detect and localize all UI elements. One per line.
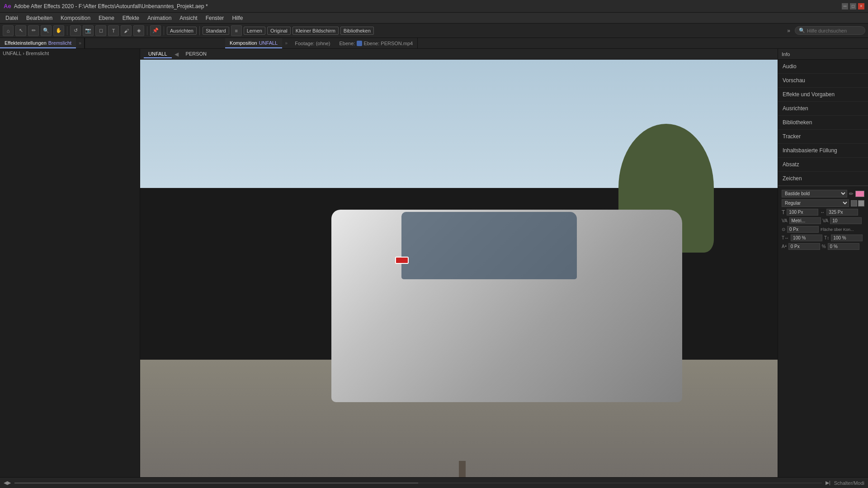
scale-row: T↔ T↕ — [782, 235, 864, 241]
comp-subtabs: UNFALL ◀ PERSON — [140, 49, 778, 60]
baseline-row: A⁴ % — [782, 243, 864, 250]
right-bibliotheken[interactable]: Bibliotheken — [778, 116, 868, 130]
rotate-tool[interactable]: ↺ — [70, 25, 81, 36]
camera-tool[interactable]: 📷 — [83, 25, 94, 36]
effects-settings-tab[interactable]: Effekteinstellungen Bremslicht — [0, 38, 76, 48]
right-zeichen[interactable]: Zeichen — [778, 172, 868, 186]
tsume-input[interactable] — [828, 243, 859, 250]
footage-label: Footage: (ohne) — [290, 38, 335, 48]
tab-person[interactable]: PERSON — [181, 50, 211, 58]
font-row: Bastide bold ✏ — [782, 190, 864, 197]
composition-label: Komposition — [230, 40, 257, 46]
car-element — [331, 210, 682, 403]
select-tool[interactable]: ↖ — [15, 25, 26, 36]
stroke-row: ⊙ Fläche über Kon... — [782, 226, 864, 233]
font-style-row: Regular — [782, 199, 864, 207]
minimize-button[interactable]: ─ — [842, 3, 848, 9]
metrics-row: VA VA — [782, 217, 864, 224]
tracking-icon: ↔ — [820, 210, 825, 215]
right-inhaltsbasierte[interactable]: Inhaltsbasierte Füllung — [778, 144, 868, 158]
brush-tool[interactable]: 🖌 — [121, 25, 132, 36]
main-layout: UNFALL › Bremslicht UNFALL ◀ PERSON — [0, 49, 868, 488]
metrics-icon: VA — [782, 218, 788, 223]
character-panel: Bastide bold ✏ Regular T ↔ — [778, 186, 868, 255]
search-icon: 🔍 — [799, 28, 805, 33]
kern-icon: VA — [823, 218, 829, 223]
car-window — [401, 212, 577, 279]
tab-arrow: ◀ — [175, 51, 179, 57]
learn-button[interactable]: Lernen — [244, 27, 265, 35]
color-swatch-alt[interactable] — [858, 200, 864, 206]
preview-canvas — [140, 60, 778, 488]
menu-bearbeiten[interactable]: Bearbeiten — [23, 14, 56, 22]
toolbar: ⌂ ↖ ✏ 🔍 ✋ ↺ 📷 ◻ T 🖌 ◈ 📌 Ausrichten Stand… — [0, 23, 868, 38]
right-vorschau[interactable]: Vorschau — [778, 74, 868, 88]
menu-effekte[interactable]: Effekte — [119, 14, 143, 22]
pen-tool[interactable]: ✏ — [28, 25, 39, 36]
layer-indicator: Ebene: Ebene: PERSON.mp4 — [335, 38, 418, 48]
menu-ansicht[interactable]: Ansicht — [176, 14, 201, 22]
tab-unfall[interactable]: UNFALL — [144, 50, 172, 58]
workspace-menu[interactable]: ≡ — [231, 25, 242, 36]
panel-tabs-row: Effekteinstellungen Bremslicht » Komposi… — [0, 38, 868, 49]
mask-tool[interactable]: ◈ — [133, 25, 144, 36]
color-swatch-stroke[interactable] — [851, 200, 857, 206]
text-tool[interactable]: T — [108, 25, 119, 36]
menu-hilfe[interactable]: Hilfe — [228, 14, 246, 22]
kern-input[interactable] — [830, 217, 862, 224]
right-absatz[interactable]: Absatz — [778, 158, 868, 172]
help-search-input[interactable] — [807, 28, 861, 33]
right-panel-header: Info — [778, 49, 868, 60]
center-area: UNFALL ◀ PERSON — [140, 49, 778, 488]
effects-settings-label: Effekteinstellungen — [5, 40, 47, 46]
layer-name-label: Ebene: PERSON.mp4 — [363, 41, 413, 46]
workspace-button[interactable]: Standard — [203, 27, 229, 35]
puppet-tool[interactable]: 📌 — [150, 25, 161, 36]
menu-komposition[interactable]: Komposition — [57, 14, 94, 22]
scale-h-input[interactable] — [791, 235, 822, 241]
home-button[interactable]: ⌂ — [3, 25, 14, 36]
metrics-select[interactable] — [789, 217, 821, 224]
font-size-icon: T — [782, 209, 785, 216]
font-size-row: T ↔ — [782, 209, 864, 216]
scale-v-input[interactable] — [831, 235, 863, 241]
shape-tool[interactable]: ◻ — [95, 25, 106, 36]
font-style-select[interactable]: Regular — [782, 199, 849, 207]
font-size-input[interactable] — [787, 209, 818, 216]
font-style-icon: ✏ — [849, 191, 854, 197]
color-swatch-fill[interactable] — [855, 191, 864, 197]
tracking-input[interactable] — [826, 209, 858, 216]
left-panel-content — [0, 58, 140, 488]
maximize-button[interactable]: □ — [850, 3, 856, 9]
right-ausrichten[interactable]: Ausrichten — [778, 102, 868, 116]
small-screen-button[interactable]: Kleiner Bildschirm — [292, 27, 339, 35]
menu-ebene[interactable]: Ebene — [95, 14, 118, 22]
comp-unfall-label: UNFALL — [259, 40, 278, 46]
window-title: Adobe After Effects 2020 - F:\After Effe… — [14, 3, 208, 9]
align-button[interactable]: Ausrichten — [167, 27, 197, 35]
left-panel-menu[interactable]: » — [76, 39, 84, 47]
comp-panel-menu[interactable]: » — [282, 39, 290, 47]
close-button[interactable]: × — [858, 3, 864, 9]
menu-datei[interactable]: Datei — [2, 14, 22, 22]
layer-indicator-text: Ebene: — [340, 41, 355, 46]
libraries-button[interactable]: Bibliotheken — [340, 27, 374, 35]
scale-h-icon: T↔ — [782, 235, 789, 240]
menu-fenster[interactable]: Fenster — [202, 14, 228, 22]
right-audio[interactable]: Audio — [778, 60, 868, 74]
menu-animation[interactable]: Animation — [144, 14, 175, 22]
original-button[interactable]: Original — [267, 27, 291, 35]
right-effekte[interactable]: Effekte und Vorgaben — [778, 88, 868, 102]
window-controls: ─ □ × — [842, 3, 864, 9]
toolbar-sep-1 — [67, 26, 67, 35]
composition-tab[interactable]: Komposition UNFALL — [225, 38, 282, 48]
right-tracker[interactable]: Tracker — [778, 130, 868, 144]
menu-bar: Datei Bearbeiten Komposition Ebene Effek… — [0, 13, 868, 23]
baseline-input[interactable] — [788, 243, 820, 250]
hand-tool[interactable]: ✋ — [53, 25, 64, 36]
toolbar-sep-2 — [147, 26, 147, 35]
zoom-tool[interactable]: 🔍 — [41, 25, 52, 36]
font-select[interactable]: Bastide bold — [782, 190, 847, 197]
stroke-input[interactable] — [787, 226, 819, 233]
right-panel: Info Audio Vorschau Effekte und Vorgaben… — [778, 49, 868, 488]
